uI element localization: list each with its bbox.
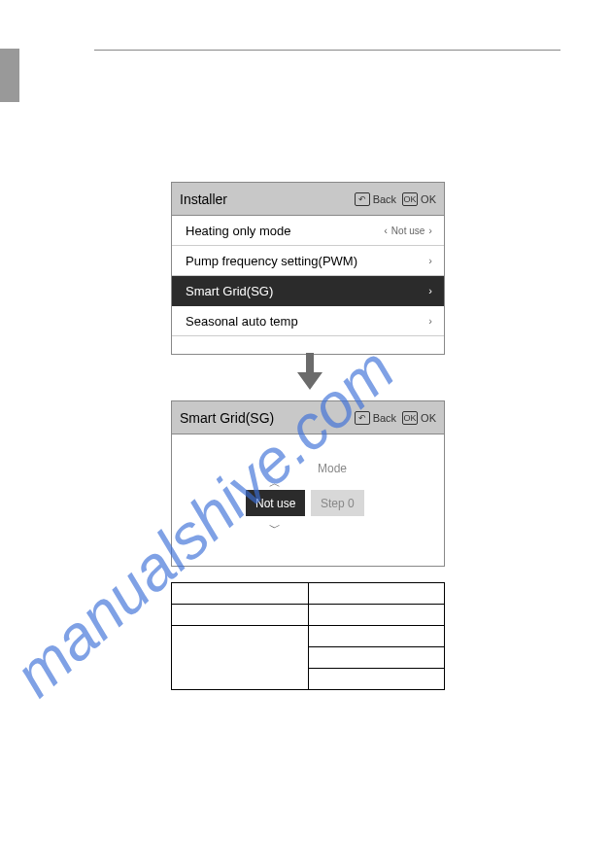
back-icon: ↶ (355, 192, 370, 206)
chevron-right-icon: › (428, 225, 432, 236)
installer-menu-panel: Installer ↶ Back OK OK Heating only mode… (171, 182, 445, 355)
table-row (172, 626, 445, 647)
panel-title: Installer (180, 191, 227, 207)
chevron-down-icon[interactable]: ﹀ (269, 520, 281, 537)
back-label: Back (373, 412, 396, 424)
value-selector-primary[interactable]: Not use (246, 490, 305, 516)
chevron-right-icon: › (428, 315, 432, 327)
back-label: Back (373, 193, 396, 205)
chevron-right-icon: › (428, 285, 432, 296)
menu-item-smart-grid[interactable]: Smart Grid(SG) › (172, 276, 444, 306)
menu-label: Seasonal auto temp (186, 314, 298, 329)
table-row (172, 583, 445, 605)
back-button[interactable]: ↶ Back (355, 411, 396, 425)
header-buttons: ↶ Back OK OK (355, 411, 436, 425)
mode-label: Mode (318, 462, 347, 475)
chevron-left-icon: ‹ (384, 225, 388, 236)
header-buttons: ↶ Back OK OK (355, 192, 436, 206)
ok-button[interactable]: OK OK (402, 192, 436, 206)
menu-item-pump-frequency[interactable]: Pump frequency setting(PWM) › (172, 246, 444, 276)
panel-body: Mode ︿ Not use Step 0 ﹀ (172, 434, 444, 566)
smart-grid-panel: Smart Grid(SG) ↶ Back OK OK Mode ︿ Not u… (171, 400, 445, 567)
back-icon: ↶ (355, 411, 370, 425)
table-row (172, 605, 445, 626)
settings-table (171, 582, 445, 690)
side-tab (0, 49, 19, 102)
menu-value: ‹ Not use › (384, 225, 432, 236)
chevron-right-icon: › (428, 255, 432, 266)
ok-icon: OK (402, 411, 418, 425)
ok-label: OK (421, 193, 436, 205)
menu-item-seasonal-auto[interactable]: Seasonal auto temp › (172, 306, 444, 336)
panel-header: Smart Grid(SG) ↶ Back OK OK (172, 401, 444, 434)
menu-label: Smart Grid(SG) (186, 284, 273, 298)
panel-header: Installer ↶ Back OK OK (172, 183, 444, 216)
panel-title: Smart Grid(SG) (180, 410, 274, 426)
value-selector-secondary: Step 0 (311, 490, 364, 516)
top-rule (94, 50, 560, 51)
menu-label: Heating only mode (186, 224, 290, 238)
ok-button[interactable]: OK OK (402, 411, 436, 425)
back-button[interactable]: ↶ Back (355, 192, 396, 206)
ok-icon: OK (402, 192, 418, 206)
menu-label: Pump frequency setting(PWM) (186, 254, 357, 268)
ok-label: OK (421, 412, 436, 424)
menu-item-heating-only[interactable]: Heating only mode ‹ Not use › (172, 216, 444, 246)
arrow-down-icon (297, 353, 322, 390)
menu-item-cutoff (172, 336, 444, 354)
